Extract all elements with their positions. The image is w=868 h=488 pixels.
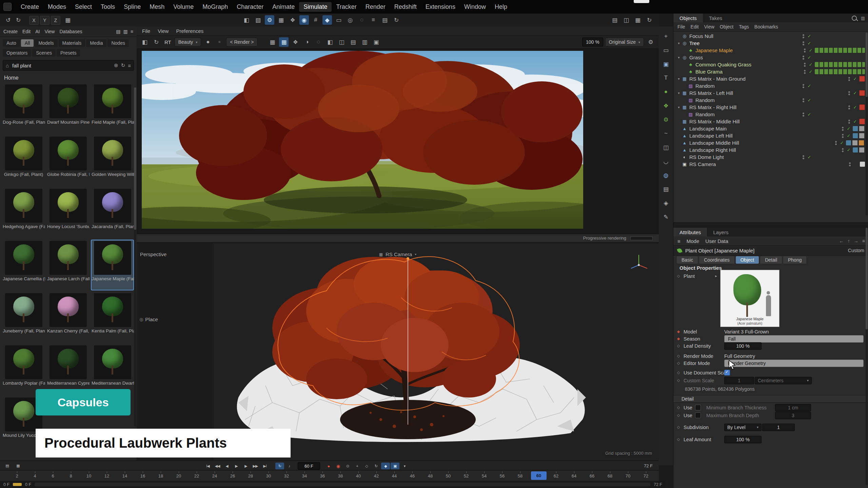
visibility-dots[interactable] xyxy=(841,147,845,153)
object-tags[interactable] xyxy=(815,48,865,53)
object-tags[interactable] xyxy=(813,34,865,39)
plant-preview-thumbnail[interactable]: Japanese Maple (Acer palmatum) xyxy=(720,270,780,327)
region-render-icon[interactable]: ▫ xyxy=(215,37,224,47)
object-manager-menu-item[interactable]: Tags xyxy=(739,24,749,29)
history-icon[interactable]: ↻ xyxy=(392,15,401,25)
axis-tool-icon[interactable]: + xyxy=(661,31,671,41)
object-tags[interactable] xyxy=(813,112,865,117)
detail-view-icon[interactable]: ▥ xyxy=(123,29,128,34)
object-label[interactable]: Blue Grama xyxy=(695,69,803,75)
subdivision-level-field[interactable]: 1 xyxy=(762,424,795,431)
enabled-check-icon[interactable]: ✓ xyxy=(852,90,859,96)
keyframe-diamond-icon[interactable]: ◆ xyxy=(673,329,684,334)
pla-record-toggle[interactable]: ▣ xyxy=(391,463,399,469)
visibility-dots[interactable] xyxy=(803,62,807,67)
layout-reset-icon[interactable]: ↻ xyxy=(645,15,654,25)
visibility-dots[interactable] xyxy=(801,55,806,60)
object-tags[interactable] xyxy=(813,41,865,46)
home-icon[interactable]: ⌂ xyxy=(6,63,9,68)
panel-menu-icon[interactable]: ≡ xyxy=(862,238,865,244)
asset-card[interactable]: Lombardy Poplar (Fall... xyxy=(2,344,45,395)
enabled-check-icon[interactable]: ✓ xyxy=(806,34,813,39)
go-to-end-button[interactable]: ▶I xyxy=(260,463,269,469)
grid-overlay-icon[interactable]: ▦ xyxy=(279,37,289,47)
object-label[interactable]: Landscape Left Hill xyxy=(689,133,841,139)
object-tags[interactable] xyxy=(853,133,865,138)
expand-region-icon[interactable]: ◧ xyxy=(325,37,335,47)
menu-item[interactable]: Redshift xyxy=(390,2,421,12)
mode-dropdown[interactable]: Mode xyxy=(687,238,699,244)
range-track[interactable] xyxy=(35,483,650,486)
expand-arrow-icon[interactable]: ▾ xyxy=(676,91,682,95)
asset-card[interactable]: Dog-Rose (Fall, Plant) xyxy=(2,83,45,134)
plane-tool-icon[interactable]: ▭ xyxy=(661,45,671,55)
viewport-menu-item[interactable]: File xyxy=(142,28,150,34)
search-icon[interactable] xyxy=(852,16,857,21)
menu-item[interactable]: Render xyxy=(361,2,390,12)
object-row[interactable]: ▨ Random ✓ xyxy=(673,111,865,118)
loop-toggle[interactable]: ↻ xyxy=(275,463,284,469)
unit-dropdown[interactable]: Centimeters▾ xyxy=(755,377,812,384)
object-label[interactable]: Random xyxy=(695,111,801,117)
object-row[interactable]: ▾ ◎ Tree ✓ xyxy=(673,40,865,47)
max-branch-depth-field[interactable]: 3 xyxy=(775,412,811,419)
perspective-viewport[interactable]: Perspective ▦ RS Camera ▾ ◎ Place Grid s… xyxy=(137,243,659,461)
next-frame-button[interactable]: ▶ xyxy=(241,463,250,469)
object-row[interactable]: ▦ RS Matrix - Middle Hill ✓ xyxy=(673,118,865,125)
coord-system-icon[interactable]: ▦ xyxy=(63,15,73,25)
redo-icon[interactable]: ↻ xyxy=(14,15,23,25)
enabled-check-icon[interactable]: ✓ xyxy=(807,62,814,67)
snapshot-a-icon[interactable]: ▤ xyxy=(348,37,358,47)
object-row[interactable]: ♣ Common Quaking Grass ✓ xyxy=(673,61,865,68)
object-row[interactable]: ♣ Japanese Maple ✓ xyxy=(673,47,865,54)
filter-icon[interactable]: ≡ xyxy=(369,15,378,25)
asset-browser-menu-item[interactable]: Databases xyxy=(59,29,82,34)
object-tags[interactable] xyxy=(813,98,865,103)
menu-item[interactable]: Mesh xyxy=(145,2,169,12)
enabled-check-icon[interactable]: ✓ xyxy=(852,76,859,81)
visibility-dots[interactable] xyxy=(847,105,852,110)
layout-split-icon[interactable]: ◫ xyxy=(622,15,631,25)
render-view-icon[interactable]: ◧ xyxy=(242,15,251,25)
render-sphere-icon[interactable]: ● xyxy=(203,37,213,47)
menu-item[interactable]: Modes xyxy=(43,2,71,12)
asset-card[interactable]: Jacaranda (Fall, Plant) xyxy=(91,187,134,238)
object-row[interactable]: ▲ Landscape Middle Hill ✓ xyxy=(673,139,865,146)
playback-options-icon[interactable]: ▾ xyxy=(400,463,409,469)
object-label[interactable]: RS Matrix - Left Hill xyxy=(689,90,847,96)
timeline-ruler[interactable]: 2468101214161820222426283032343638404244… xyxy=(0,470,659,481)
scale-record-toggle[interactable]: ◇ xyxy=(362,463,371,469)
axis-lock-button[interactable]: Z xyxy=(51,16,60,25)
asset-browser-menu-item[interactable]: Edit xyxy=(22,29,31,34)
back-arrow-icon[interactable]: ← xyxy=(839,238,844,244)
keyframe-diamond-icon[interactable]: ◇ xyxy=(673,405,684,410)
visibility-dots[interactable] xyxy=(803,48,807,53)
enabled-check-icon[interactable]: ✓ xyxy=(806,83,813,88)
asset-card[interactable]: Mediterranean Cypres... xyxy=(46,344,90,395)
playhead[interactable]: 60 xyxy=(531,471,547,480)
viewport-menu-item[interactable]: View xyxy=(158,28,169,34)
enabled-check-icon[interactable]: ✓ xyxy=(845,126,852,131)
object-row[interactable]: ▲ Landscape Left Hill ✓ xyxy=(673,132,865,139)
object-row[interactable]: ▨ Random ✓ xyxy=(673,97,865,104)
rt-label[interactable]: RT xyxy=(164,39,171,45)
attributes-scrollbar[interactable] xyxy=(866,228,868,485)
object-tags[interactable] xyxy=(859,76,865,82)
object-manager-scrollbar[interactable] xyxy=(866,33,868,216)
keyframe-diamond-icon[interactable]: ◇ xyxy=(673,413,684,418)
object-row[interactable]: ▲ Landscape Main ✓ xyxy=(673,125,865,132)
sphere-sim-icon[interactable]: ● xyxy=(661,87,671,97)
autokey-button[interactable]: ◉ xyxy=(334,463,342,469)
forward-arrow-icon[interactable]: → xyxy=(854,238,859,244)
visibility-dots[interactable] xyxy=(801,83,806,89)
enabled-check-icon[interactable]: ✓ xyxy=(806,41,813,46)
object-manager-menu-item[interactable]: View xyxy=(704,24,714,29)
visibility-dots[interactable] xyxy=(848,162,852,167)
visibility-dots[interactable] xyxy=(801,155,806,160)
menu-item[interactable]: Select xyxy=(71,2,96,12)
object-label[interactable]: Random xyxy=(695,97,801,103)
attribute-tab[interactable]: Detail xyxy=(760,256,782,264)
diamond-tool-icon[interactable]: ◈ xyxy=(661,198,671,208)
enabled-check-icon[interactable]: ✓ xyxy=(852,119,859,124)
visibility-dots[interactable] xyxy=(801,112,806,117)
